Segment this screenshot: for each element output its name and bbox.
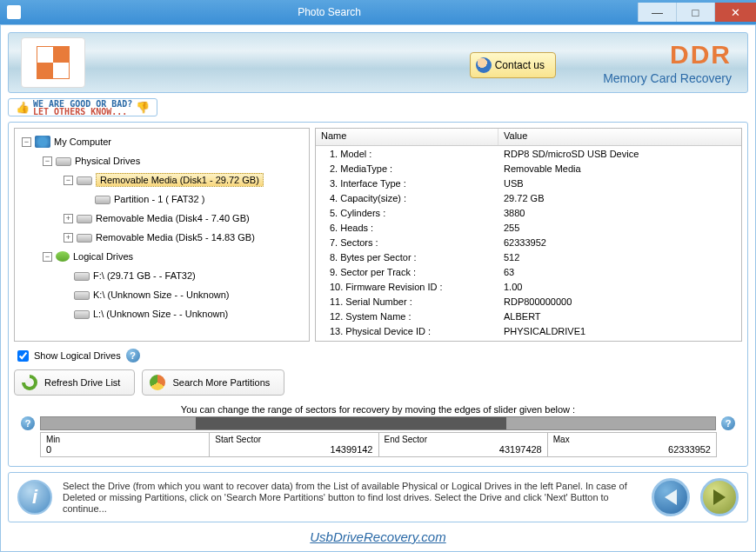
contact-us-button[interactable]: Contact us	[470, 52, 556, 78]
drive-icon	[56, 157, 71, 166]
tree-node-disk5[interactable]: +Removable Media (Disk5 - 14.83 GB)	[18, 228, 305, 247]
search-more-partitions-button[interactable]: Search More Partitions	[142, 369, 284, 396]
property-row[interactable]: 11. Serial Number :RDP800000000	[316, 294, 741, 309]
property-value: PHYSICALDRIVE1	[498, 326, 585, 336]
property-value: 1.00	[498, 282, 522, 292]
back-button[interactable]	[652, 478, 690, 516]
feedback-button[interactable]: 👍 WE ARE GOOD OR BAD? LET OTHERS KNOW...…	[8, 98, 157, 116]
tree-node-computer[interactable]: −My Computer	[18, 132, 305, 151]
property-value: 3880	[498, 208, 525, 218]
property-value: Removable Media	[498, 163, 581, 174]
property-name: 1. Model :	[316, 149, 498, 159]
slider-min-cell: Min0	[40, 432, 210, 457]
tree-node-disk1-partition[interactable]: Partition - 1 ( FAT32 )	[18, 190, 305, 209]
titlebar: Photo Search — □ ✕	[0, 0, 756, 24]
property-value: USB	[498, 178, 524, 189]
property-value: ALBERT	[498, 311, 541, 322]
property-value: 63	[498, 267, 514, 277]
property-name: 5. Cylinders :	[316, 208, 498, 218]
property-value: 62333952	[498, 237, 546, 248]
footer-text: Select the Drive (from which you want to…	[63, 481, 641, 515]
brand-tagline: Memory Card Recovery	[603, 71, 732, 85]
property-name: 4. Capacity(size) :	[316, 193, 498, 203]
property-row[interactable]: 7. Sectors :62333952	[316, 235, 741, 249]
person-icon	[476, 57, 492, 73]
app-icon	[7, 5, 21, 19]
contact-label: Contact us	[495, 59, 545, 71]
column-header-name[interactable]: Name	[316, 129, 498, 145]
property-name: 11. Serial Number :	[316, 296, 498, 307]
properties-pane: Name Value 1. Model :RDP8 SD/microSD USB…	[315, 128, 742, 342]
property-name: 8. Bytes per Sector :	[316, 252, 498, 263]
window-title: Photo Search	[21, 6, 638, 18]
property-value: 29.72 GB	[498, 193, 544, 203]
tree-node-drive-l[interactable]: L:\ (Unknown Size - - Unknown)	[18, 304, 305, 323]
thumbs-up-icon: 👍	[16, 101, 30, 114]
drive-icon	[77, 215, 92, 223]
property-row[interactable]: 3. Interface Type :USB	[316, 176, 741, 190]
arrow-right-icon	[713, 489, 726, 505]
show-logical-checkbox[interactable]	[17, 350, 29, 362]
slider-instruction: You can change the range of sectors for …	[21, 404, 735, 415]
help-icon[interactable]: ?	[21, 416, 35, 430]
feedback-line2: LET OTHERS KNOW...	[33, 108, 132, 116]
property-name: 6. Heads :	[316, 223, 498, 233]
property-name: 7. Sectors :	[316, 237, 498, 248]
sector-range-slider[interactable]	[40, 416, 716, 430]
tree-node-logical[interactable]: −Logical Drives	[18, 247, 305, 266]
drive-icon	[95, 196, 110, 204]
pie-chart-icon	[150, 375, 165, 390]
minimize-button[interactable]: —	[638, 3, 676, 22]
arrow-left-icon	[665, 489, 677, 505]
drive-icon	[74, 272, 90, 281]
thumbs-down-icon: 👎	[136, 101, 150, 114]
property-row[interactable]: 8. Bytes per Sector :512	[316, 249, 741, 264]
property-row[interactable]: 9. Sector per Track :63	[316, 264, 741, 279]
tree-node-disk1[interactable]: −Removable Media (Disk1 - 29.72 GB)	[18, 170, 305, 190]
tree-node-physical[interactable]: −Physical Drives	[18, 151, 305, 170]
banner: Contact us DDR Memory Card Recovery	[8, 32, 748, 93]
tree-node-disk4[interactable]: +Removable Media (Disk4 - 7.40 GB)	[18, 209, 305, 228]
tree-node-drive-k[interactable]: K:\ (Unknown Size - - Unknown)	[18, 285, 305, 304]
property-row[interactable]: 2. MediaType :Removable Media	[316, 161, 741, 176]
slider-start-cell: Start Sector14399142	[209, 432, 378, 457]
property-row[interactable]: 5. Cylinders :3880	[316, 205, 741, 220]
info-icon: i	[17, 480, 52, 515]
tree-node-drive-f[interactable]: F:\ (29.71 GB - - FAT32)	[18, 266, 305, 285]
drive-icon	[77, 176, 92, 185]
drive-icon	[74, 291, 90, 300]
brand-block: DDR Memory Card Recovery	[603, 40, 732, 85]
app-logo	[21, 37, 85, 88]
drive-icon	[74, 310, 90, 319]
watermark: UsbDriveRecovery.com	[8, 529, 748, 544]
drive-icon	[77, 234, 92, 243]
next-button[interactable]	[700, 478, 739, 516]
footer-info: i Select the Drive (from which you want …	[8, 472, 748, 522]
property-row[interactable]: 10. Firmware Revision ID :1.00	[316, 279, 741, 294]
help-icon[interactable]: ?	[126, 349, 140, 362]
brand-name: DDR	[603, 40, 732, 70]
property-row[interactable]: 1. Model :RDP8 SD/microSD USB Device	[316, 146, 741, 161]
slider-max-cell: Max62333952	[547, 432, 717, 457]
refresh-icon	[22, 375, 37, 390]
property-row[interactable]: 12. System Name :ALBERT	[316, 309, 741, 323]
drive-tree[interactable]: −My Computer −Physical Drives −Removable…	[14, 128, 310, 342]
computer-icon	[35, 136, 50, 148]
property-name: 3. Interface Type :	[316, 178, 498, 189]
help-icon[interactable]: ?	[721, 416, 735, 430]
property-row[interactable]: 4. Capacity(size) :29.72 GB	[316, 190, 741, 205]
property-row[interactable]: 6. Heads :255	[316, 220, 741, 235]
property-value: 512	[498, 252, 519, 263]
show-logical-label: Show Logical Drives	[34, 350, 121, 361]
property-value: RDP800000000	[498, 296, 572, 307]
column-header-value[interactable]: Value	[498, 129, 532, 145]
folder-icon	[56, 251, 70, 262]
maximize-button[interactable]: □	[676, 3, 714, 22]
property-name: 10. Firmware Revision ID :	[316, 282, 498, 292]
slider-end-cell: End Sector43197428	[378, 432, 548, 457]
close-button[interactable]: ✕	[714, 3, 756, 22]
property-row[interactable]: 13. Physical Device ID :PHYSICALDRIVE1	[316, 323, 741, 338]
property-name: 2. MediaType :	[316, 163, 498, 174]
property-value: RDP8 SD/microSD USB Device	[498, 149, 639, 159]
refresh-drive-list-button[interactable]: Refresh Drive List	[14, 369, 135, 396]
